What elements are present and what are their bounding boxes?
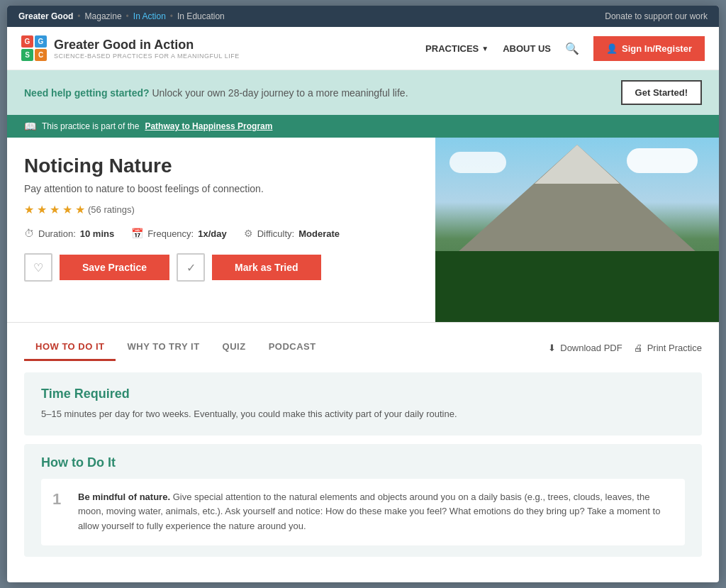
download-pdf-button[interactable]: ⬇ Download PDF — [548, 343, 622, 353]
brand-name: Greater Good — [18, 11, 73, 21]
time-required-text: 5–15 minutes per day for two weeks. Even… — [41, 407, 685, 421]
difficulty-icon: ⚙ — [244, 228, 253, 239]
practice-details: Noticing Nature Pay attention to nature … — [7, 138, 435, 322]
practices-nav[interactable]: PRACTICES ▼ — [425, 43, 488, 54]
site-sub-name: Science-based practices for a meaningful… — [54, 52, 240, 60]
in-education-link[interactable]: In Education — [177, 11, 225, 21]
content-tabs: HOW TO DO IT WHY TO TRY IT QUIZ PODCAST — [24, 334, 328, 361]
logo-grid: G G S C — [21, 35, 47, 61]
main-content: Noticing Nature Pay attention to nature … — [7, 138, 719, 322]
logo-cell-c: C — [35, 49, 47, 61]
time-required-card: Time Required 5–15 minutes per day for t… — [24, 372, 702, 436]
duration-icon: ⏱ — [24, 228, 34, 239]
mountain-scene — [435, 138, 719, 322]
star-1: ★ — [24, 203, 34, 216]
logo-cell-s: S — [21, 49, 33, 61]
practice-description: Pay attention to nature to boost feeling… — [24, 183, 418, 194]
frequency-label: Frequency: — [147, 228, 194, 239]
heart-button[interactable]: ♡ — [24, 253, 52, 282]
time-required-title: Time Required — [41, 387, 685, 401]
pathway-bar: 📖 This practice is part of the Pathway t… — [7, 115, 719, 138]
top-bar: Greater Good • Magazine • In Action • In… — [7, 6, 719, 27]
tabs-section: HOW TO DO IT WHY TO TRY IT QUIZ PODCAST … — [7, 322, 719, 361]
sign-in-button[interactable]: 👤 Sign In/Register — [593, 36, 705, 61]
pathway-text: This practice is part of the — [42, 121, 139, 131]
about-us-nav[interactable]: ABOUT US — [503, 43, 551, 54]
practice-title: Noticing Nature — [24, 155, 418, 177]
how-to-do-it-card: How to Do It 1 Be mindful of nature. Giv… — [24, 444, 702, 557]
check-button[interactable]: ✓ — [177, 253, 205, 282]
help-banner: Need help getting started? Unlock your o… — [7, 70, 719, 115]
frequency-value: 1x/day — [198, 228, 226, 239]
star-3: ★ — [50, 203, 60, 216]
nature-image — [435, 138, 719, 322]
logo-text: Greater Good in Action Science-based pra… — [54, 38, 240, 60]
tabs-row: HOW TO DO IT WHY TO TRY IT QUIZ PODCAST … — [24, 334, 702, 361]
main-header: G G S C Greater Good in Action Science-b… — [7, 27, 719, 70]
user-icon: 👤 — [606, 43, 618, 54]
site-main-name: Greater Good in Action — [54, 38, 240, 52]
in-action-link[interactable]: In Action — [133, 11, 166, 21]
ratings-count: (56 ratings) — [88, 204, 135, 215]
download-icon: ⬇ — [548, 343, 556, 353]
donate-text: Donate to support our work — [605, 11, 708, 21]
print-practice-button[interactable]: 🖨 Print Practice — [634, 343, 702, 353]
mark-as-tried-button[interactable]: Mark as Tried — [212, 255, 321, 280]
difficulty-value: Moderate — [298, 228, 340, 239]
star-2: ★ — [37, 203, 47, 216]
banner-text: Need help getting started? Unlock your o… — [24, 87, 408, 99]
logo-cell-g2: G — [35, 35, 47, 48]
save-practice-button[interactable]: Save Practice — [60, 255, 169, 280]
get-started-button[interactable]: Get Started! — [621, 80, 702, 105]
print-icon: 🖨 — [634, 343, 643, 353]
top-bar-links: Greater Good • Magazine • In Action • In… — [18, 11, 225, 21]
frequency-meta: 📅 Frequency: 1x/day — [131, 228, 227, 239]
practice-meta: ⏱ Duration: 10 mins 📅 Frequency: 1x/day … — [24, 228, 418, 239]
duration-meta: ⏱ Duration: 10 mins — [24, 228, 114, 239]
duration-label: Duration: — [38, 228, 76, 239]
tab-actions: ⬇ Download PDF 🖨 Print Practice — [548, 343, 702, 353]
pine-trees — [435, 251, 719, 322]
book-icon: 📖 — [24, 121, 36, 132]
star-half: ★ — [75, 203, 85, 216]
step-number-1: 1 — [52, 490, 67, 534]
practices-dropdown-arrow: ▼ — [481, 45, 488, 52]
logo-cell-g1: G — [21, 35, 33, 48]
rating-stars: ★ ★ ★ ★ ★ (56 ratings) — [24, 203, 418, 216]
tab-why-to-try-it[interactable]: WHY TO TRY IT — [116, 334, 211, 361]
magazine-link[interactable]: Magazine — [85, 11, 122, 21]
content-cards: Time Required 5–15 minutes per day for t… — [7, 372, 719, 582]
banner-desc: Unlock your own 28-day journey to a more… — [152, 87, 408, 99]
difficulty-label: Difficulty: — [257, 228, 295, 239]
tab-quiz[interactable]: QUIZ — [211, 334, 257, 361]
mountain-snow — [535, 145, 620, 184]
action-buttons: ♡ Save Practice ✓ Mark as Tried — [24, 253, 418, 282]
how-to-title: How to Do It — [41, 455, 685, 470]
frequency-icon: 📅 — [131, 228, 143, 239]
nav-right: PRACTICES ▼ ABOUT US 🔍 👤 Sign In/Registe… — [425, 36, 705, 61]
pathway-link[interactable]: Pathway to Happiness Program — [145, 121, 272, 131]
tab-podcast[interactable]: PODCAST — [257, 334, 328, 361]
tab-how-to-do-it[interactable]: HOW TO DO IT — [24, 334, 116, 361]
step-bold-1: Be mindful of nature. — [78, 492, 170, 502]
search-button[interactable]: 🔍 — [565, 42, 579, 55]
step-1: 1 Be mindful of nature. Give special att… — [41, 479, 685, 545]
star-4: ★ — [62, 203, 72, 216]
step-content-1: Be mindful of nature. Give special atten… — [78, 490, 674, 534]
difficulty-meta: ⚙ Difficulty: Moderate — [244, 228, 340, 239]
duration-value: 10 mins — [80, 228, 114, 239]
banner-strong: Need help getting started? — [24, 87, 150, 99]
logo-area: G G S C Greater Good in Action Science-b… — [21, 35, 240, 61]
